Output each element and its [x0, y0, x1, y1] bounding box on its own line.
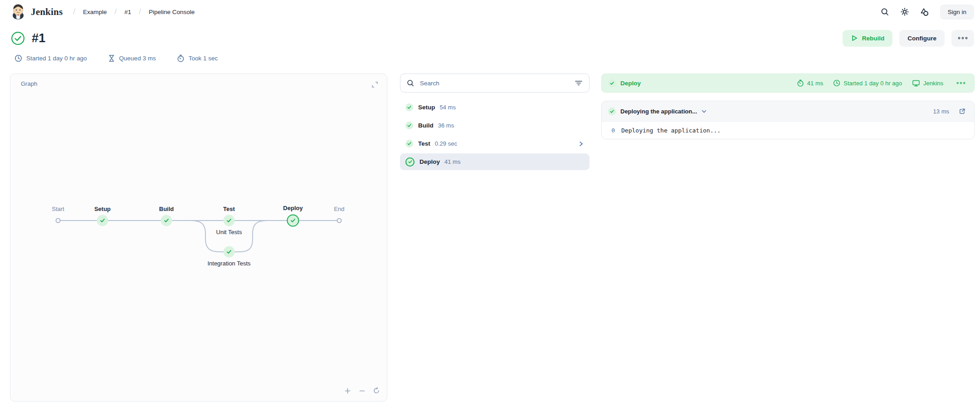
stage-started-text: Started 1 day 0 hr ago	[843, 80, 902, 87]
stage-duration: 0.29 sec	[435, 140, 457, 147]
success-icon	[608, 79, 616, 87]
run-status-bar: Started 1 day 0 hr ago Queued 3 ms Took …	[15, 54, 218, 62]
reset-zoom-button[interactable]	[371, 385, 382, 397]
started-status: Started 1 day 0 hr ago	[15, 54, 87, 62]
stage-row-setup[interactable]: Setup 54 ms	[400, 99, 590, 116]
filter-icon	[575, 80, 583, 86]
console-step-duration: 13 ms	[933, 108, 949, 115]
stage-started-meta: Started 1 day 0 hr ago	[833, 79, 902, 87]
graph-node-deploy[interactable]	[287, 215, 299, 227]
search-input[interactable]	[400, 74, 590, 93]
breadcrumb-item-example[interactable]: Example	[82, 7, 108, 17]
stage-agent-meta: Jenkins	[912, 79, 943, 87]
console-output-card: Deploying the application... 13 ms 0 Dep…	[601, 101, 975, 139]
console-line-number[interactable]: 0	[608, 127, 615, 134]
settings-button[interactable]	[897, 4, 913, 20]
graph-label-setup: Setup	[94, 206, 111, 212]
rebuild-label: Rebuild	[862, 35, 885, 42]
success-status-icon	[11, 31, 25, 45]
console-line-text: Deploying the application...	[621, 127, 721, 134]
stage-search	[400, 74, 590, 93]
search-icon	[880, 7, 889, 16]
run-header: #1 Rebuild Configure	[0, 28, 980, 48]
stage-detail-meta: 41 ms Started 1 day 0 hr ago Jenkins	[797, 76, 969, 90]
graph-label-test: Test	[223, 206, 235, 212]
success-icon	[405, 122, 413, 129]
navbar-actions: Sign in	[877, 4, 974, 20]
search-icon	[406, 79, 414, 87]
stopwatch-icon	[797, 79, 804, 87]
console-step-title: Deploying the application...	[620, 108, 697, 115]
open-step-log-button[interactable]	[956, 105, 968, 117]
breadcrumb: / Example / #1 / Pipeline Console	[66, 7, 195, 17]
stage-row-build[interactable]: Build 36 ms	[400, 117, 590, 134]
stopwatch-icon	[177, 54, 185, 62]
stage-duration: 36 ms	[438, 122, 454, 129]
graph-label-integration-tests: Integration Tests	[207, 260, 250, 267]
filter-button[interactable]	[572, 77, 585, 89]
zoom-in-button[interactable]	[341, 385, 353, 397]
jenkins-logo[interactable]	[11, 4, 25, 20]
breadcrumb-separator: /	[139, 7, 141, 16]
started-text: Started 1 day 0 hr ago	[26, 55, 87, 62]
stage-detail-name: Deploy	[620, 80, 641, 87]
zoom-out-button[interactable]	[356, 385, 368, 397]
shapes-icon	[920, 7, 929, 17]
overflow-dots-icon	[956, 81, 965, 85]
took-text: Took 1 sec	[189, 55, 218, 62]
stage-name: Build	[418, 122, 434, 129]
stage-name: Test	[418, 140, 430, 147]
top-navbar: Jenkins / Example / #1 / Pipeline Consol…	[0, 1, 980, 23]
rebuild-button[interactable]: Rebuild	[843, 30, 893, 47]
stage-list: Setup 54 ms Build 36 ms Test 0.29 sec De…	[400, 99, 590, 172]
console-line: 0 Deploying the application...	[602, 122, 974, 139]
graph-label-deploy: Deploy	[283, 205, 302, 211]
reset-zoom-icon	[373, 387, 380, 394]
queued-status: Queued 3 ms	[108, 54, 156, 62]
queued-text: Queued 3 ms	[119, 55, 156, 62]
stage-row-deploy[interactable]: Deploy 41 ms	[400, 153, 590, 170]
page-title: #1	[32, 31, 46, 45]
chevron-down-icon	[701, 108, 707, 114]
success-icon	[405, 140, 413, 147]
graph-node-build[interactable]	[161, 215, 172, 226]
brand-title[interactable]: Jenkins	[31, 6, 63, 18]
graph-node-unit-tests[interactable]	[224, 215, 235, 226]
pipeline-graph: Start Setup Build Test Deploy End Unit T…	[10, 74, 387, 401]
stage-detail-header: Deploy 41 ms Started 1 day 0 hr ago	[601, 74, 975, 93]
breadcrumb-item-run[interactable]: #1	[123, 7, 132, 17]
graph-label-unit-tests: Unit Tests	[216, 229, 242, 235]
stage-row-test[interactable]: Test 0.29 sec	[400, 135, 590, 152]
graph-node-setup[interactable]	[97, 215, 108, 226]
chevron-right-icon	[578, 141, 584, 147]
overflow-menu-button[interactable]	[951, 30, 974, 47]
external-link-icon	[959, 108, 965, 115]
configure-button[interactable]: Configure	[899, 30, 945, 47]
stage-duration-text: 41 ms	[807, 80, 823, 87]
graph-label-build: Build	[159, 206, 174, 212]
console-step-header[interactable]: Deploying the application... 13 ms	[602, 101, 974, 122]
search-button[interactable]	[877, 4, 893, 20]
stage-duration: 41 ms	[444, 158, 460, 165]
gear-icon	[900, 7, 909, 16]
clock-icon	[833, 79, 840, 87]
stage-overflow-button[interactable]	[953, 76, 969, 90]
clock-icon	[15, 54, 22, 62]
breadcrumb-item-pipeline-console[interactable]: Pipeline Console	[148, 7, 195, 17]
success-icon-selected	[405, 157, 414, 167]
graph-node-start	[56, 218, 61, 223]
success-icon	[608, 108, 616, 115]
zoom-in-icon	[344, 387, 351, 394]
graph-label-start: Start	[52, 206, 64, 212]
zoom-out-icon	[359, 387, 366, 394]
took-status: Took 1 sec	[177, 54, 218, 62]
breadcrumb-separator: /	[115, 7, 117, 16]
success-icon	[405, 103, 413, 111]
sign-in-button[interactable]: Sign in	[940, 5, 974, 20]
breadcrumb-separator: /	[73, 7, 75, 16]
appearance-button[interactable]	[917, 4, 933, 20]
graph-zoom-controls	[341, 385, 382, 397]
hourglass-icon	[108, 54, 115, 62]
pipeline-connectors	[10, 74, 387, 401]
graph-node-integration-tests[interactable]	[224, 246, 235, 258]
